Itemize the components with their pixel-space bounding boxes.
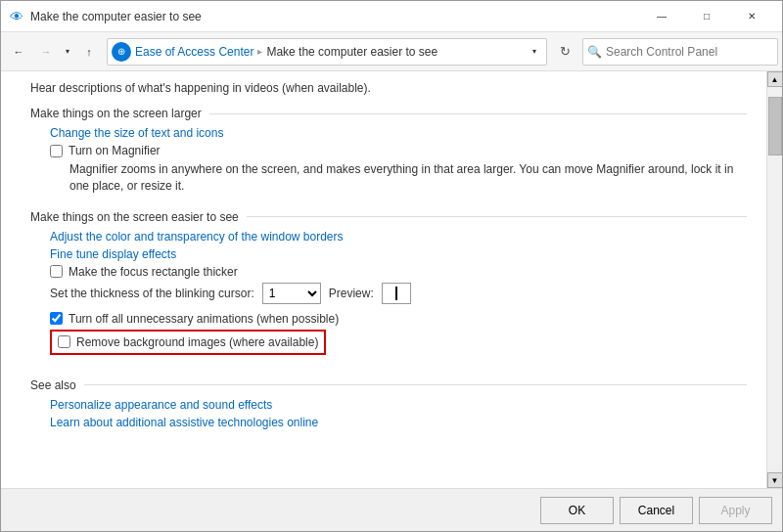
section-see-also: See also Personalize appearance and soun…	[30, 378, 747, 429]
maximize-button[interactable]: □	[684, 1, 729, 32]
breadcrumb-icon: ⊕	[112, 42, 131, 62]
search-input[interactable]	[606, 45, 773, 59]
link-color-transparency[interactable]: Adjust the color and transparency of the…	[50, 230, 747, 244]
scroll-up-button[interactable]: ▲	[767, 71, 783, 87]
checkbox-magnifier[interactable]	[50, 145, 63, 157]
window-title: Make the computer easier to see	[30, 10, 639, 23]
section-easier: Make things on the screen easier to see …	[30, 210, 747, 363]
checkbox-focus-rect-label: Make the focus rectangle thicker	[69, 265, 238, 279]
checkbox-animations-row[interactable]: Turn off all unnecessary animations (whe…	[50, 312, 747, 326]
refresh-button[interactable]: ↻	[551, 38, 578, 66]
breadcrumb-dropdown-button[interactable]: ▾	[527, 38, 542, 66]
scrollbar-thumb[interactable]	[768, 97, 782, 155]
section-easier-header: Make things on the screen easier to see	[30, 210, 747, 224]
title-bar-buttons: — □ ✕	[639, 1, 774, 32]
search-icon: 🔍	[587, 45, 602, 59]
scroll-down-button[interactable]: ▼	[767, 472, 783, 488]
scrollbar: ▲ ▼	[766, 71, 782, 488]
back-button[interactable]: ←	[5, 38, 32, 66]
checkbox-animations[interactable]	[50, 312, 63, 325]
cancel-button[interactable]: Cancel	[620, 497, 693, 524]
breadcrumb-link-1[interactable]: Ease of Access Center	[135, 45, 253, 59]
intro-text: Hear descriptions of what's happening in…	[30, 81, 747, 95]
preview-cursor	[395, 287, 397, 300]
forward-button[interactable]: →	[32, 38, 60, 66]
close-button[interactable]: ✕	[729, 1, 774, 32]
search-box: 🔍	[582, 38, 778, 66]
apply-button[interactable]: Apply	[699, 497, 772, 524]
checkbox-remove-bg-label: Remove background images (where availabl…	[76, 335, 318, 349]
main-window: 👁 Make the computer easier to see — □ ✕ …	[0, 0, 783, 532]
bottom-bar: OK Cancel Apply	[1, 488, 782, 531]
checkbox-animations-label: Turn off all unnecessary animations (whe…	[69, 312, 339, 326]
checkbox-focus-rect[interactable]	[50, 265, 63, 278]
nav-bar: ← → ▾ ↑ ⊕ Ease of Access Center ▸ Make t…	[1, 32, 782, 71]
window-icon: 👁	[9, 9, 24, 24]
breadcrumb-text: Ease of Access Center ▸ Make the compute…	[135, 45, 438, 59]
checkbox-focus-rect-row[interactable]: Make the focus rectangle thicker	[50, 265, 747, 279]
link-display-effects[interactable]: Fine tune display effects	[50, 247, 747, 261]
main-area: Hear descriptions of what's happening in…	[1, 71, 782, 488]
minimize-button[interactable]: —	[639, 1, 684, 32]
link-text-icons[interactable]: Change the size of text and icons	[50, 126, 747, 140]
title-bar: 👁 Make the computer easier to see — □ ✕	[1, 1, 782, 32]
remove-bg-highlight-box[interactable]: Remove background images (where availabl…	[50, 330, 326, 355]
checkbox-magnifier-row[interactable]: Turn on Magnifier	[50, 144, 747, 157]
link-personalize[interactable]: Personalize appearance and sound effects	[50, 398, 747, 412]
section-see-also-header: See also	[30, 378, 747, 392]
section-larger: Make things on the screen larger Change …	[30, 107, 747, 195]
cursor-thickness-row: Set the thickness of the blinking cursor…	[50, 283, 747, 304]
up-button[interactable]: ↑	[75, 38, 103, 66]
content-area: Hear descriptions of what's happening in…	[1, 71, 766, 488]
breadcrumb-bar: ⊕ Ease of Access Center ▸ Make the compu…	[107, 38, 547, 66]
preview-box	[382, 283, 411, 304]
scrollbar-track[interactable]	[767, 87, 782, 472]
breadcrumb-current: Make the computer easier to see	[266, 45, 438, 59]
ok-button[interactable]: OK	[540, 497, 614, 524]
preview-label: Preview:	[329, 287, 374, 300]
history-dropdown-button[interactable]: ▾	[60, 38, 75, 66]
cursor-thickness-select[interactable]: 1 2 3 4 5	[262, 283, 321, 304]
section-larger-header: Make things on the screen larger	[30, 107, 747, 120]
checkbox-remove-bg[interactable]	[58, 335, 70, 348]
cursor-label: Set the thickness of the blinking cursor…	[50, 287, 254, 300]
magnifier-description: Magnifier zooms in anywhere on the scree…	[69, 161, 747, 195]
link-assistive-tech[interactable]: Learn about additional assistive technol…	[50, 416, 747, 429]
breadcrumb-separator: ▸	[257, 46, 262, 57]
checkbox-magnifier-label: Turn on Magnifier	[69, 144, 161, 157]
